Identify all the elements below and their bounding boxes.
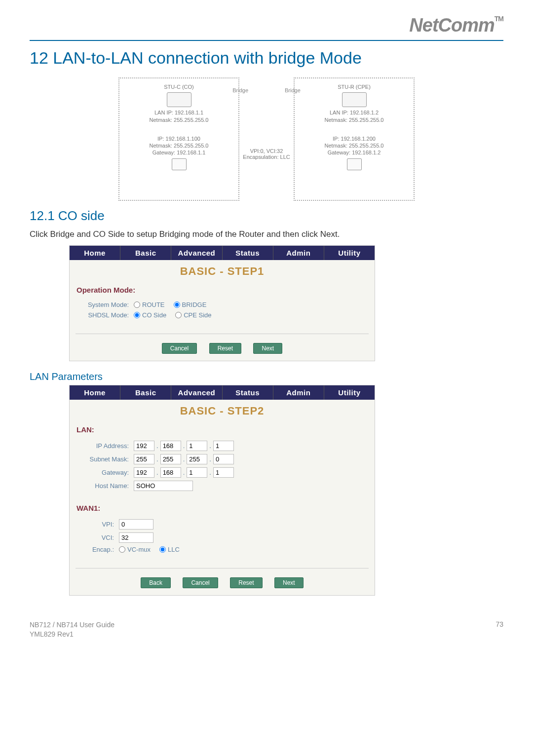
system-mode-label: System Mode:: [79, 301, 134, 308]
gw-octet-1[interactable]: [134, 467, 154, 478]
ip-address-label: IP Address:: [79, 442, 134, 450]
vpi-input[interactable]: [119, 519, 153, 529]
gw-octet-3[interactable]: [187, 467, 207, 478]
laptop-icon: [347, 158, 362, 170]
bridge-label-right: Bridge: [285, 87, 301, 93]
next-button[interactable]: Next: [274, 577, 304, 588]
stu-c-node: STU-C (CO) LAN IP: 192.168.1.1 Netmask: …: [123, 83, 234, 123]
tab-bar: Home Basic Advanced Status Admin Utility: [70, 385, 375, 400]
encap-label: Encap.:: [79, 546, 119, 553]
laptop-icon: [172, 158, 187, 170]
lan-right-text: LAN IP: 192.168.1.2 Netmask: 255.255.255…: [299, 109, 410, 123]
pc-left-node: IP: 192.168.1.100 Netmask: 255.255.255.0…: [123, 135, 234, 170]
tab-bar: Home Basic Advanced Status Admin Utility: [70, 246, 375, 260]
next-button[interactable]: Next: [253, 343, 282, 354]
basic-step2-screen: Home Basic Advanced Status Admin Utility…: [69, 385, 375, 596]
mask-octet-1[interactable]: [134, 454, 154, 464]
step2-buttons: Back Cancel Reset Next: [70, 573, 375, 595]
mask-octet-4[interactable]: [213, 454, 234, 464]
page-header: NetCommTM: [30, 15, 503, 41]
back-button[interactable]: Back: [141, 577, 171, 588]
vpi-label: VPI:: [79, 521, 119, 528]
tab-utility[interactable]: Utility: [324, 385, 375, 400]
mask-octet-3[interactable]: [187, 454, 207, 464]
router-icon: [342, 92, 367, 107]
wan1-section-label: WAN1:: [70, 501, 375, 515]
cancel-button[interactable]: Cancel: [162, 343, 197, 354]
ip-octet-2[interactable]: [160, 441, 181, 451]
tab-advanced[interactable]: Advanced: [171, 385, 222, 400]
lan-section-label: LAN:: [70, 422, 375, 437]
lan-left-text: LAN IP: 192.168.1.1 Netmask: 255.255.255…: [123, 109, 234, 123]
host-name-label: Host Name:: [79, 482, 134, 490]
lan-form: IP Address: . . . Subnet Mask: . . . Gat…: [70, 437, 375, 501]
vpi-vci-text: VPI:0, VCI:32 Encapsulation: LLC: [243, 148, 290, 160]
cancel-button[interactable]: Cancel: [183, 577, 218, 588]
logo: NetCommTM: [409, 15, 503, 36]
pc-right-node: IP: 192.168.1.200 Netmask: 255.255.255.0…: [299, 135, 410, 170]
tab-advanced[interactable]: Advanced: [171, 246, 222, 260]
shdsl-cpe-side[interactable]: CPE Side: [175, 311, 211, 319]
diagram-right-panel: Bridge STU-R (CPE) LAN IP: 192.168.1.2 N…: [294, 77, 415, 201]
system-mode-bridge[interactable]: BRIDGE: [174, 301, 207, 308]
basic-step1-screen: Home Basic Advanced Status Admin Utility…: [69, 245, 375, 361]
tab-admin[interactable]: Admin: [273, 246, 324, 260]
reset-button[interactable]: Reset: [230, 577, 262, 588]
diagram-center: VPI:0, VCI:32 Encapsulation: LLC: [239, 77, 294, 201]
footer-rev: YML829 Rev1: [30, 630, 114, 640]
router-icon: [167, 92, 191, 107]
tab-basic[interactable]: Basic: [120, 385, 171, 400]
chapter-title: 12 LAN-to-LAN connection with bridge Mod…: [30, 48, 503, 68]
diagram-left-panel: STU-C (CO) LAN IP: 192.168.1.1 Netmask: …: [118, 77, 239, 201]
intro-text: Click Bridge and CO Side to setup Bridgi…: [30, 228, 503, 240]
vci-input[interactable]: [119, 532, 153, 543]
bridge-label-left: Bridge: [232, 87, 248, 93]
stu-r-label: STU-R (CPE): [299, 83, 410, 90]
encap-llc[interactable]: LLC: [159, 546, 180, 553]
shdsl-co-side[interactable]: CO Side: [134, 311, 166, 319]
step1-title: BASIC - STEP1: [70, 260, 375, 283]
gw-octet-4[interactable]: [213, 467, 234, 478]
pc-left-text: IP: 192.168.1.100 Netmask: 255.255.255.0…: [123, 135, 234, 156]
stu-r-node: STU-R (CPE) LAN IP: 192.168.1.2 Netmask:…: [299, 83, 410, 123]
reset-button[interactable]: Reset: [209, 343, 241, 354]
tab-admin[interactable]: Admin: [273, 385, 324, 400]
step2-title: BASIC - STEP2: [70, 400, 375, 422]
lan-parameters-title: LAN Parameters: [30, 371, 503, 382]
trademark: TM: [495, 15, 503, 23]
ip-octet-4[interactable]: [213, 441, 234, 451]
divider: [76, 568, 369, 568]
pc-right-text: IP: 192.168.1.200 Netmask: 255.255.255.0…: [299, 135, 410, 156]
divider: [76, 334, 369, 334]
step1-buttons: Cancel Reset Next: [70, 339, 375, 361]
operation-mode-label: Operation Mode:: [70, 283, 375, 297]
system-mode-route[interactable]: ROUTE: [134, 301, 165, 308]
tab-status[interactable]: Status: [223, 246, 273, 260]
gateway-label: Gateway:: [79, 469, 134, 476]
encap-vcmux[interactable]: VC-mux: [119, 546, 151, 553]
ip-octet-3[interactable]: [187, 441, 207, 451]
gw-octet-2[interactable]: [160, 467, 181, 478]
tab-basic[interactable]: Basic: [120, 246, 171, 260]
tab-status[interactable]: Status: [223, 385, 273, 400]
host-name-input[interactable]: [134, 481, 193, 491]
tab-utility[interactable]: Utility: [324, 246, 375, 260]
mask-octet-2[interactable]: [160, 454, 181, 464]
wan1-form: VPI: VCI: Encap.: VC-mux LLC: [70, 515, 375, 563]
tab-home[interactable]: Home: [70, 385, 120, 400]
section-title: 12.1 CO side: [30, 208, 503, 224]
subnet-mask-label: Subnet Mask:: [79, 455, 134, 463]
tab-home[interactable]: Home: [70, 246, 120, 260]
vci-label: VCI:: [79, 534, 119, 541]
ip-octet-1[interactable]: [134, 441, 154, 451]
network-diagram: STU-C (CO) LAN IP: 192.168.1.1 Netmask: …: [118, 77, 415, 201]
footer-guide: NB712 / NB714 User Guide: [30, 620, 114, 630]
stu-c-label: STU-C (CO): [123, 83, 234, 90]
step1-form: System Mode: ROUTE BRIDGE SHDSL Mode: CO…: [70, 297, 375, 329]
shdsl-mode-label: SHDSL Mode:: [79, 311, 134, 319]
page-footer: NB712 / NB714 User Guide YML829 Rev1 73: [30, 615, 503, 640]
page-number: 73: [495, 620, 503, 640]
